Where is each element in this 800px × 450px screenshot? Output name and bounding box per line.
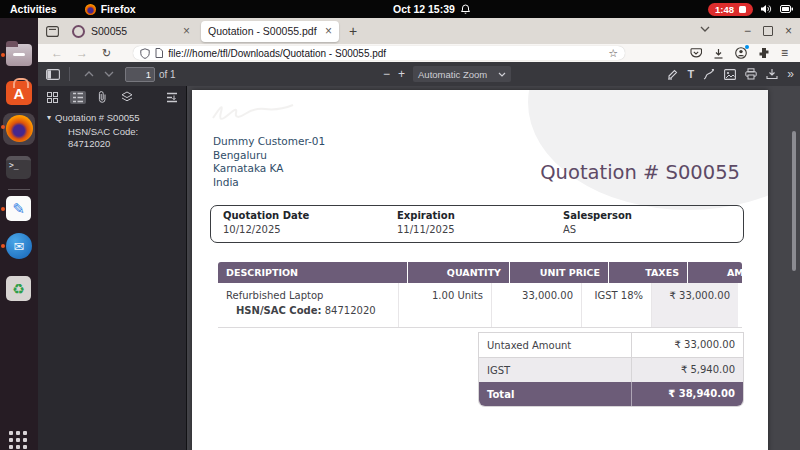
previous-page-icon[interactable]	[84, 71, 94, 77]
window-close-button[interactable]: ×	[785, 24, 792, 38]
total-row-untaxed: Untaxed Amount ₹ 33,000.00	[479, 332, 743, 358]
reload-button[interactable]: ↻	[102, 47, 111, 60]
line-items-table: DESCRIPTION QUANTITY UNIT PRICE TAXES AM…	[218, 262, 742, 328]
stop-recording-icon	[739, 6, 746, 13]
customer-address-block: Dummy Customer-01 Bengaluru Karnataka KA…	[213, 135, 325, 189]
back-button[interactable]: ←	[51, 46, 63, 60]
navigation-toolbar: ← → ↻ file:///home/tfl/Downloads/Quotati…	[38, 44, 800, 62]
zoom-out-button[interactable]: −	[383, 67, 390, 81]
cell-quantity: 1.00 Units	[399, 283, 492, 327]
layers-icon[interactable]	[119, 90, 135, 104]
viewer-scrollbar-thumb[interactable]	[792, 131, 796, 271]
pdf-sidebar: ▾ Quotation # S00055 HSN/SAC Code: 84712…	[38, 86, 187, 450]
terminal-icon: >_	[6, 156, 31, 179]
firefox-view-icon[interactable]	[46, 26, 59, 37]
info-salesperson: Salesperson AS	[563, 210, 632, 235]
text-tool-icon[interactable]: T	[688, 68, 695, 80]
zoom-select-label: Automatic Zoom	[418, 69, 494, 80]
trash-icon: ♻	[6, 276, 31, 301]
url-text[interactable]: file:///home/tfl/Downloads/Quotation - S…	[168, 48, 603, 59]
firefox-appmenu-button[interactable]: Firefox	[85, 3, 136, 15]
print-icon[interactable]	[745, 68, 757, 80]
bookmark-star-icon[interactable]: ☆	[608, 47, 618, 60]
thunderbird-icon: ✉	[6, 233, 32, 259]
files-icon	[6, 44, 32, 66]
header-taxes: TAXES	[609, 262, 687, 283]
files-running-dot	[1, 53, 5, 57]
add-image-tool-icon[interactable]	[724, 69, 736, 80]
pdf-content-area: ▾ Quotation # S00055 HSN/SAC Code: 84712…	[38, 86, 800, 450]
save-icon[interactable]	[766, 68, 778, 80]
outline-item-root[interactable]: ▾ Quotation # S00055	[47, 112, 186, 123]
quotation-title: Quotation # S00055	[540, 161, 740, 184]
attachments-icon[interactable]	[96, 90, 109, 104]
total-row-grand-total: Total ₹ 38,940.00	[479, 382, 743, 406]
page-icon	[155, 48, 163, 58]
editor-running-dot	[1, 207, 5, 211]
screen-recording-indicator[interactable]: 1:48	[708, 3, 753, 16]
outline-caret-icon[interactable]: ▾	[47, 113, 51, 122]
dock-item-text-editor[interactable]: ✎	[6, 196, 32, 222]
odoo-favicon	[72, 25, 85, 38]
toolbar-divider	[69, 67, 70, 81]
url-bar[interactable]: file:///home/tfl/Downloads/Quotation - S…	[133, 46, 625, 60]
outline-item-child[interactable]: HSN/SAC Code: 84712020	[68, 126, 160, 149]
tab-title: Quotation - S00055.pdf	[208, 25, 319, 37]
dock-item-trash[interactable]: ♻	[6, 276, 32, 302]
shield-icon[interactable]	[140, 48, 150, 59]
tab-close-icon[interactable]: ×	[325, 24, 332, 38]
tab-quotation-pdf[interactable]: Quotation - S00055.pdf ×	[201, 21, 339, 42]
chevron-down-icon	[498, 72, 506, 77]
dock-item-thunderbird[interactable]: ✉	[6, 233, 32, 259]
firefox-logo-icon	[85, 4, 96, 15]
tab-close-icon[interactable]: ×	[183, 24, 190, 38]
show-applications-button[interactable]	[6, 428, 32, 450]
dock-item-ubuntu-software[interactable]: A	[6, 79, 32, 105]
toggle-sidebar-icon[interactable]	[46, 69, 60, 80]
menu-hamburger-icon[interactable]: ≡	[781, 46, 788, 60]
outline-view-icon[interactable]	[70, 91, 86, 104]
zoom-in-button[interactable]: +	[398, 67, 405, 81]
page-watermark	[208, 96, 298, 126]
recording-time-label: 1:48	[715, 4, 734, 15]
clock-menu[interactable]: Oct 12 15:39	[393, 0, 470, 18]
draw-tool-icon[interactable]	[703, 68, 715, 80]
product-name: Refurbished Laptop	[218, 290, 398, 301]
more-tools-icon[interactable]: »	[787, 67, 794, 81]
tab-odoo-s00055[interactable]: S00055 ×	[65, 21, 197, 42]
downloads-icon[interactable]	[713, 48, 724, 59]
window-minimize-button[interactable]: −	[744, 24, 751, 38]
dock-item-terminal[interactable]: >_	[6, 154, 32, 180]
battery-icon	[780, 5, 793, 13]
thumbnails-view-icon[interactable]	[45, 91, 60, 104]
current-outline-item-icon[interactable]	[164, 91, 180, 104]
quotation-info-box: Quotation Date 10/12/2025 Expiration 11/…	[210, 205, 744, 243]
dock-item-files[interactable]	[6, 42, 32, 68]
dock-item-firefox[interactable]	[6, 115, 32, 141]
pdf-viewer[interactable]: Dummy Customer-01 Bengaluru Karnataka KA…	[187, 86, 800, 450]
extensions-puzzle-icon[interactable]	[758, 47, 770, 59]
save-to-pocket-icon[interactable]	[690, 48, 702, 59]
forward-button[interactable]: →	[76, 46, 88, 60]
cell-unit-price: 33,000.00	[492, 283, 582, 327]
volume-icon	[761, 4, 772, 14]
next-page-icon[interactable]	[104, 71, 114, 77]
activities-button[interactable]: Activities	[10, 3, 57, 15]
header-quantity: QUANTITY	[408, 262, 509, 283]
list-all-tabs-icon[interactable]	[700, 26, 710, 32]
notification-bell-icon	[461, 4, 470, 14]
totals-table: Untaxed Amount ₹ 33,000.00 IGST ₹ 5,940.…	[478, 332, 744, 407]
zoom-select[interactable]: Automatic Zoom	[413, 66, 511, 82]
customer-name: Dummy Customer-01	[213, 135, 325, 149]
customer-state: Karnataka KA	[213, 162, 325, 176]
cell-taxes: IGST 18%	[582, 283, 652, 327]
cell-amount: ₹ 33,000.00	[652, 283, 738, 327]
page-number-input[interactable]	[125, 67, 155, 82]
text-editor-icon: ✎	[6, 196, 31, 221]
highlight-tool-icon[interactable]	[667, 68, 679, 80]
cell-description: Refurbished Laptop HSN/SAC Code: 8471202…	[218, 283, 399, 327]
info-quotation-date: Quotation Date 10/12/2025	[223, 210, 309, 235]
window-maximize-button[interactable]	[763, 26, 773, 36]
pdf-toolbar: of 1 − + Automatic Zoom T »	[38, 62, 800, 87]
new-tab-button[interactable]: +	[349, 23, 357, 39]
